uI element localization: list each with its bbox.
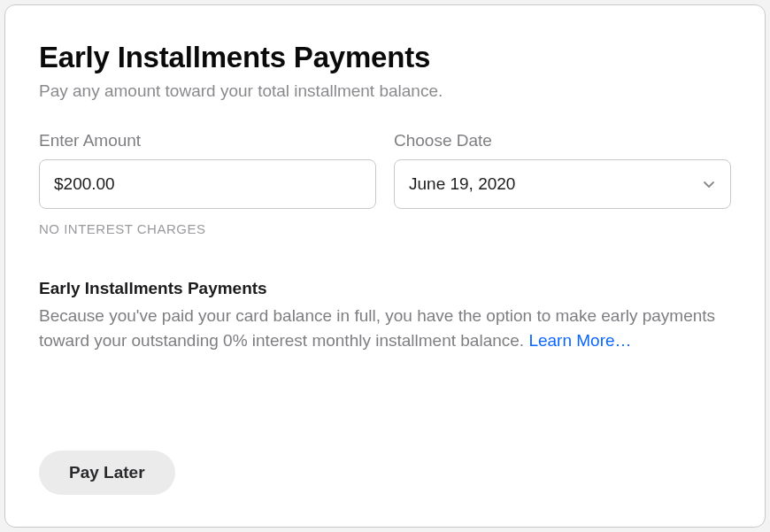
date-value: June 19, 2020 [409, 174, 702, 194]
form-row: Enter Amount $200.00 NO INTEREST CHARGES… [39, 131, 731, 236]
interest-note: NO INTEREST CHARGES [39, 221, 376, 236]
pay-later-button[interactable]: Pay Later [39, 451, 175, 495]
page-subtitle: Pay any amount toward your total install… [39, 81, 731, 101]
footer-actions: Pay Later [39, 451, 175, 495]
info-body: Because you've paid your card balance in… [39, 304, 731, 352]
amount-label: Enter Amount [39, 131, 376, 150]
learn-more-link[interactable]: Learn More… [528, 331, 631, 350]
chevron-down-icon [702, 177, 716, 191]
amount-input[interactable]: $200.00 [39, 159, 376, 209]
info-block: Early Installments Payments Because you'… [39, 279, 731, 352]
amount-value: $200.00 [54, 174, 361, 194]
date-select[interactable]: June 19, 2020 [394, 159, 731, 209]
amount-field: Enter Amount $200.00 NO INTEREST CHARGES [39, 131, 376, 236]
date-label: Choose Date [394, 131, 731, 150]
page-title: Early Installments Payments [39, 41, 731, 74]
info-title: Early Installments Payments [39, 279, 731, 298]
early-installments-panel: Early Installments Payments Pay any amou… [4, 4, 766, 528]
date-field: Choose Date June 19, 2020 [394, 131, 731, 236]
